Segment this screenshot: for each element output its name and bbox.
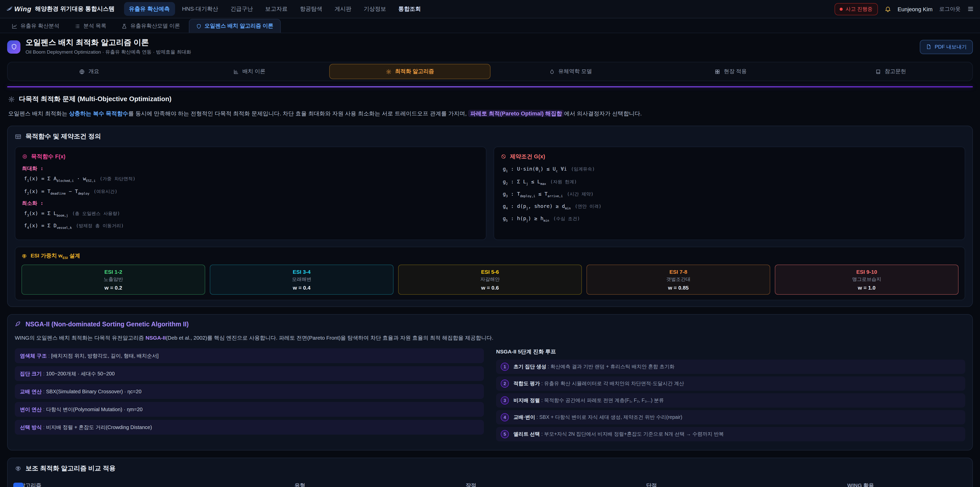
loop-step-4: 4 교배·변이 : SBX + 다항식 변이로 자식 세대 생성, 제약조건 위… [496, 410, 965, 425]
chart-icon [12, 23, 18, 29]
esi-card-9-10: ESI 9-10 맹그로브습지 w = 1.0 [775, 264, 959, 294]
section-tabs: 개요 배치 이론 최적화 알고리즘 유체역학 모델 현장 적용 참고문헌 [7, 62, 973, 81]
nav-item-aerial-search[interactable]: 항공탐색 [295, 2, 328, 16]
nsga-parameter-list: 염색체 구조 : [배치지점 위치, 방향각도, 길이, 형태, 배치순서] 집… [15, 348, 484, 444]
maximize-label: 최대화 : [22, 165, 479, 172]
balance-icon [21, 253, 27, 259]
tab-analysis-list[interactable]: 분석 목록 [68, 19, 113, 33]
step-number-badge: 1 [501, 363, 509, 371]
page-subtitle: Oil Boom Deployment Optimization · 유출유 확… [25, 49, 191, 56]
constraint-g5: g5 : h(pj) ≥ hmin(수심 조건) [503, 215, 958, 223]
formula-f4: f4(x) = Σ Dvessel,k(방제정 총 이동거리) [24, 222, 479, 230]
constraint-g2: g2 : Σ Lj ≤ Lmax(자원 한계) [503, 177, 958, 186]
shield-icon [11, 43, 17, 50]
algorithm-comparison-card: 보조 최적화 알고리즘 비교 적용 알고리즘 유형 장점 단점 WING 활용 … [7, 458, 973, 487]
step-number-badge: 4 [501, 414, 509, 422]
globe-icon [80, 69, 85, 74]
no-entry-icon [501, 154, 506, 160]
document-icon [926, 44, 932, 49]
section-tab-optimization-algorithm[interactable]: 최적화 알고리즘 [329, 64, 490, 79]
menu-button[interactable] [967, 6, 974, 12]
esi-card-1-2: ESI 1-2 노출암반 w = 0.2 [21, 264, 205, 294]
nav-item-spill-prediction[interactable]: 유출유 확산예측 [124, 2, 175, 16]
brand: Wing 해양환경 위기대응 통합시스템 [6, 5, 115, 13]
esi-weights-panel: ESI 가중치 wESI 설계 ESI 1-2 노출암반 w = 0.2 ESI… [15, 247, 965, 300]
section-tab-field-application[interactable]: 현장 적용 [651, 64, 811, 79]
table-icon [15, 134, 21, 140]
param-row-selection: 선택 방식 : 비지배 정렬 + 혼잡도 거리(Crowding Distanc… [15, 420, 484, 435]
flask-icon [122, 23, 127, 29]
constraint-panel: 제약조건 G(x) g1 : U·sin(θi) ≤ Uc ∀i(임계유속) g… [493, 147, 965, 240]
col-header-cons: 단점 [547, 479, 756, 487]
bar-chart-icon [233, 69, 239, 74]
objective-panel-title: 목적함수 F(x) [22, 153, 479, 161]
hamburger-icon [967, 6, 974, 12]
loop-step-5: 5 엘리트 선택 : 부모+자식 2N 집단에서 비지배 정렬+혼잡도 기준으로… [496, 427, 965, 442]
tab-spill-analysis[interactable]: 유출유 확산분석 [5, 19, 66, 33]
loop-title: NSGA-II 5단계 진화 루프 [496, 348, 965, 356]
gear-icon [8, 96, 15, 102]
droplet-icon [549, 69, 555, 74]
list-icon [75, 23, 80, 29]
page-header: 오일펜스 배치 최적화 알고리즘 이론 Oil Boom Deployment … [0, 33, 980, 60]
param-row-crossover: 교배 연산 : SBX(Simulated Binary Crossover) … [15, 384, 484, 399]
logout-button[interactable]: 로그아웃 [939, 5, 961, 13]
formula-panels: 목적함수 F(x) 최대화 : f1(x) = Σ Ablocked,i · w… [15, 147, 965, 240]
param-row-chromosome: 염색체 구조 : [배치지점 위치, 방향각도, 길이, 형태, 배치순서] [15, 348, 484, 363]
esi-card-5-6: ESI 5-6 자갈해안 w = 0.6 [398, 264, 582, 294]
esi-card-grid: ESI 1-2 노출암반 w = 0.2 ESI 3-4 모래해변 w = 0.… [21, 264, 959, 294]
objectives-card-title: 목적함수 및 제약조건 정의 [15, 133, 965, 141]
moo-section-title: 다목적 최적화 문제 (Multi-Objective Optimization… [8, 94, 972, 104]
tab-boom-algorithm-theory[interactable]: 오일펜스 배치 알고리즘 이론 [189, 19, 281, 33]
page-header-icon [7, 40, 21, 53]
constraint-g4: g4 : d(pj, shore) ≥ dmin(연안 이격) [503, 202, 958, 211]
nsga-columns: 염색체 구조 : [배치지점 위치, 방향각도, 길이, 형태, 배치순서] 집… [15, 348, 965, 444]
objective-function-panel: 목적함수 F(x) 최대화 : f1(x) = Σ Ablocked,i · w… [15, 147, 487, 240]
book-icon [875, 69, 881, 74]
loop-step-2: 2 적합도 평가 : 유출유 확산 시뮬레이터로 각 배치안의 차단면적·도달시… [496, 377, 965, 391]
nsga-intro-paragraph: WING의 오일펜스 배치 최적화는 다목적 유전알고리즘 NSGA-II(De… [15, 333, 965, 342]
constraint-g1: g1 : U·sin(θi) ≤ Uc ∀i(임계유속) [503, 165, 958, 174]
esi-card-7-8: ESI 7-8 갯벌조간대 w = 0.85 [587, 264, 770, 294]
shield-icon [196, 23, 202, 29]
section-tab-overview[interactable]: 개요 [9, 64, 169, 79]
col-header-pros: 장점 [395, 479, 547, 487]
notification-bell-button[interactable] [884, 6, 891, 12]
rocket-icon [15, 321, 21, 327]
secondary-tab-bar: 유출유 확산분석 분석 목록 유출유확산모델 이론 오일펜스 배치 알고리즘 이… [0, 18, 980, 33]
moo-intro-section: 다목적 최적화 문제 (Multi-Objective Optimization… [7, 93, 973, 126]
loop-step-1: 1 초기 집단 생성 : 확산예측 결과 기반 랜덤 + 휴리스틱 배치안 혼합… [496, 360, 965, 374]
section-tab-deployment-theory[interactable]: 배치 이론 [169, 64, 329, 79]
pdf-export-button[interactable]: PDF 내보내기 [920, 40, 973, 54]
nav-item-emergency-rescue[interactable]: 긴급구난 [225, 2, 258, 16]
nav-item-integrated-search[interactable]: 통합조회 [393, 2, 426, 16]
constraint-g3: g3 : Tdeploy,i ≤ Tarrive,i(시간 제약) [503, 190, 958, 198]
main-content: 개요 배치 이론 최적화 알고리즘 유체역학 모델 현장 적용 참고문헌 [0, 60, 980, 487]
corner-widget[interactable] [13, 483, 24, 487]
minimize-label: 최소화 : [22, 200, 479, 207]
section-tab-hydrodynamics[interactable]: 유체역학 모델 [490, 64, 651, 79]
objective-formulas: 최대화 : f1(x) = Σ Ablocked,i · wESI,i(가중 차… [22, 165, 479, 230]
nav-item-reports[interactable]: 보고자료 [260, 2, 293, 16]
formula-f2: f2(x) = Tdeadline − Tdeploy(여유시간) [24, 187, 479, 196]
user-name: Eunjeong Kim [897, 6, 932, 12]
nav-item-hns-dispersion[interactable]: HNS·대기확산 [177, 2, 223, 16]
tab-spill-model-theory[interactable]: 유출유확산모델 이론 [115, 19, 187, 33]
target-icon [22, 154, 27, 160]
nsga-evolution-loop: NSGA-II 5단계 진화 루프 1 초기 집단 생성 : 확산예측 결과 기… [496, 348, 965, 444]
main-nav: 유출유 확산예측 HNS·대기확산 긴급구난 보고자료 항공탐색 게시판 기상정… [124, 2, 426, 16]
topbar-right-cluster: 사고 진행중 Eunjeong Kim 로그아웃 [834, 3, 974, 15]
incident-status-badge[interactable]: 사고 진행중 [834, 3, 878, 15]
param-row-mutation: 변이 연산 : 다항식 변이(Polynomial Mutation) · ηm… [15, 402, 484, 417]
page-header-text: 오일펜스 배치 최적화 알고리즘 이론 Oil Boom Deployment … [25, 38, 191, 56]
nav-item-board[interactable]: 게시판 [329, 2, 356, 16]
scales-icon [15, 466, 21, 472]
nav-item-weather[interactable]: 기상정보 [359, 2, 391, 16]
constraint-formulas: g1 : U·sin(θi) ≤ Uc ∀i(임계유속) g2 : Σ Lj ≤… [501, 165, 958, 223]
section-tab-references[interactable]: 참고문헌 [811, 64, 971, 79]
formula-f3: f3(x) = Σ Lboom,j(총 오일펜스 사용량) [24, 209, 479, 218]
step-number-badge: 2 [501, 380, 509, 388]
comparison-table: 알고리즘 유형 장점 단점 WING 활용 NSGA-II 다목적 GA 파레토… [15, 479, 965, 487]
app-logo[interactable]: Wing [6, 5, 32, 13]
objectives-constraints-card: 목적함수 및 제약조건 정의 목적함수 F(x) 최대화 : f1(x) = Σ… [7, 126, 973, 307]
